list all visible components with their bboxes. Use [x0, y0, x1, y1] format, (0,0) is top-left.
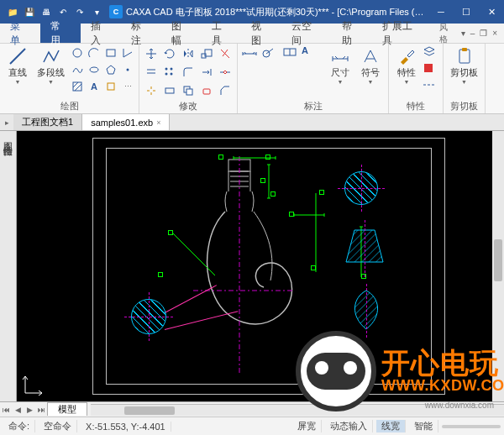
clipboard-button[interactable]: 剪切板 ▼ — [447, 45, 481, 86]
qat-down-icon[interactable]: ▾ — [91, 6, 102, 18]
tab-view[interactable]: 视图 — [241, 24, 281, 43]
minimize-button[interactable]: ─ — [428, 0, 454, 24]
svg-marker-4 — [107, 66, 115, 74]
tab-help[interactable]: 帮助 — [332, 24, 372, 43]
model-tab[interactable]: 模型 — [47, 402, 87, 416]
style-label[interactable]: 风格 — [439, 22, 456, 45]
properties-button[interactable]: 特性 ▼ — [392, 45, 421, 86]
status-screenwidth[interactable]: 屏宽 — [292, 420, 322, 432]
chamfer-icon[interactable] — [217, 82, 234, 99]
linear-dim-icon[interactable] — [241, 45, 260, 60]
extend-icon[interactable] — [198, 64, 215, 81]
svg-rect-26 — [459, 50, 470, 63]
document-tabs: ▸ 工程图文档1 samples01.exb × — [0, 114, 504, 131]
block-icon[interactable] — [103, 79, 118, 94]
ribbon-tabs: 菜单 常用 插入 标注 图幅 工具 视图 云空间 帮助 扩展工具 风格 ▾ – … — [0, 24, 504, 44]
zoom-slider[interactable] — [442, 425, 501, 428]
tab-frame[interactable]: 图幅 — [161, 24, 202, 43]
tab-nav-last[interactable]: ⏭ — [35, 406, 47, 414]
tab-common[interactable]: 常用 — [40, 24, 81, 43]
spline-icon[interactable] — [70, 62, 85, 77]
qat-save-icon[interactable]: 💾 — [24, 6, 35, 18]
point-icon[interactable] — [120, 62, 135, 77]
close-tab-icon[interactable]: × — [156, 118, 160, 127]
status-lineweight[interactable]: 线宽 — [376, 420, 406, 432]
polygon-icon[interactable] — [103, 62, 118, 77]
linetype-icon[interactable] — [423, 79, 439, 94]
symbol-button[interactable]: 符号 ▼ — [356, 45, 385, 86]
move-icon[interactable] — [143, 45, 160, 62]
status-dyninput[interactable]: 动态输入 — [325, 420, 373, 432]
group-draw: 直线 ▼ 多段线 ▼ A ⋯ 绘图 — [0, 44, 139, 113]
circle-icon[interactable] — [70, 45, 85, 60]
erase-icon[interactable] — [198, 82, 215, 99]
qat-folder-icon[interactable]: 📁 — [7, 6, 18, 18]
array-icon[interactable] — [161, 64, 178, 81]
explode-icon[interactable] — [143, 82, 160, 99]
brand-chinese: 开心电玩 — [381, 349, 504, 377]
color-icon[interactable] — [423, 62, 439, 77]
tab-tools[interactable]: 工具 — [202, 24, 242, 43]
ellipse-icon[interactable] — [87, 62, 102, 77]
tab-nav-first[interactable]: ⏮ — [0, 406, 12, 414]
layer-icon[interactable] — [423, 45, 439, 60]
text-icon[interactable]: A — [87, 79, 102, 94]
trim-icon[interactable] — [217, 45, 234, 62]
break-icon[interactable] — [217, 64, 234, 81]
arc-icon[interactable] — [87, 45, 102, 60]
chevron-down-icon: ▼ — [48, 79, 54, 85]
polyline-button[interactable]: 多段线 ▼ — [34, 45, 68, 86]
mdi-restore-icon[interactable]: ❐ — [480, 29, 487, 38]
command-prompt[interactable]: 命令: — [3, 420, 35, 432]
chevron-down-icon: ▼ — [338, 79, 344, 85]
doctab-1[interactable]: 工程图文档1 — [13, 114, 82, 130]
qat-undo-icon[interactable]: ↶ — [57, 6, 69, 18]
tab-nav-prev[interactable]: ◀ — [12, 406, 24, 414]
qat-print-icon[interactable]: 🖶 — [40, 6, 52, 18]
style-dropdown-icon[interactable]: ▾ — [461, 29, 465, 38]
angle-icon[interactable] — [120, 45, 135, 60]
offset-icon[interactable] — [143, 64, 160, 81]
line-button[interactable]: 直线 ▼ — [3, 45, 32, 86]
draw-small-tools: A ⋯ — [70, 45, 135, 94]
doctab-2[interactable]: samples01.exb × — [82, 114, 170, 130]
scale-icon[interactable] — [198, 45, 215, 62]
tab-extend[interactable]: 扩展工具 — [372, 24, 433, 43]
window-title: CAXA CAD 电子图板 2018***试用期(还剩30天)*** - [C:… — [123, 6, 428, 18]
rect-icon[interactable] — [103, 45, 118, 60]
mirror-icon[interactable] — [180, 45, 197, 62]
source-watermark: www.downxia.com — [425, 401, 494, 410]
tab-annotate[interactable]: 标注 — [121, 24, 161, 43]
centerline — [361, 165, 362, 212]
fillet-icon[interactable] — [180, 64, 197, 81]
panel-toggle-left[interactable]: ▸ — [0, 114, 13, 130]
ucs-icon — [22, 371, 47, 396]
tab-menu[interactable]: 菜单 — [0, 24, 40, 43]
dimension-button[interactable]: 尺寸 ▼ — [326, 45, 354, 86]
qat-redo-icon[interactable]: ↷ — [74, 6, 86, 18]
status-blank: 空命令 — [39, 420, 77, 432]
group-props-label: 特性 — [392, 99, 439, 113]
group-draw-label: 绘图 — [3, 99, 135, 113]
maximize-button[interactable]: ☐ — [454, 0, 479, 24]
more-icon[interactable]: ⋯ — [120, 79, 135, 94]
status-smart[interactable]: 智能 — [409, 420, 438, 432]
mdi-minimize-icon[interactable]: – — [470, 29, 475, 38]
rotate-icon[interactable] — [161, 45, 178, 62]
tab-cloud[interactable]: 云空间 — [281, 24, 332, 43]
tab-nav-next[interactable]: ▶ — [24, 406, 35, 414]
mdi-close-icon[interactable]: × — [492, 29, 497, 38]
hatch-icon[interactable] — [70, 79, 85, 94]
close-button[interactable]: ✕ — [479, 0, 504, 24]
copy-icon[interactable] — [180, 82, 197, 99]
svg-point-14 — [165, 73, 168, 76]
group-clipboard: 剪切板 ▼ 剪切板 — [444, 44, 486, 113]
stretch-icon[interactable] — [161, 82, 178, 99]
chevron-down-icon: ▼ — [368, 79, 374, 85]
svg-point-1 — [73, 49, 81, 57]
tab-insert[interactable]: 插入 — [81, 24, 121, 43]
text-dim-icon[interactable]: A — [302, 45, 318, 60]
tol-dim-icon[interactable] — [281, 45, 300, 60]
chevron-down-icon: ▼ — [461, 79, 467, 85]
radial-dim-icon[interactable] — [261, 45, 280, 60]
